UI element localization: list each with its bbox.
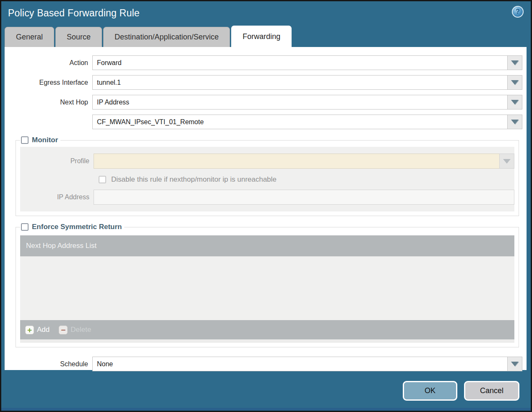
- monitor-legend-label: Monitor: [32, 136, 58, 144]
- egress-interface-combo: [92, 75, 522, 90]
- monitor-disabled-panel: Profile Disable this rule if nexthop/mon…: [20, 147, 514, 211]
- monitor-checkbox[interactable]: [21, 136, 29, 144]
- chevron-down-icon: [511, 80, 519, 85]
- next-hop-row: Next Hop: [5, 95, 522, 110]
- action-dropdown-button[interactable]: [507, 55, 522, 70]
- action-label: Action: [5, 59, 92, 67]
- next-hop-address-input[interactable]: [92, 115, 507, 129]
- help-icon-glyph: ?: [516, 8, 520, 16]
- add-button[interactable]: + Add: [25, 326, 50, 334]
- enforce-symmetric-return-checkbox[interactable]: [21, 223, 29, 231]
- schedule-input[interactable]: [92, 357, 507, 371]
- monitor-ip-address-input: [94, 190, 514, 205]
- delete-icon-glyph: −: [61, 326, 65, 334]
- ok-button[interactable]: OK: [403, 381, 457, 401]
- egress-interface-input[interactable]: [92, 75, 507, 90]
- tab-forwarding-label: Forwarding: [243, 32, 280, 41]
- tab-destination-application-service-label: Destination/Application/Service: [115, 33, 219, 42]
- next-hop-address-list-table: Next Hop Address List + Add − Delete: [20, 235, 514, 343]
- delete-icon: −: [59, 326, 68, 334]
- tab-general-label: General: [16, 33, 43, 42]
- monitor-fieldset: Monitor Profile Disable this rule if nex…: [16, 136, 519, 216]
- enforce-symmetric-return-legend-label: Enforce Symmetric Return: [32, 223, 122, 231]
- next-hop-address-list-header-label: Next Hop Address List: [26, 242, 96, 250]
- dialog-titlebar: Policy Based Forwarding Rule ?: [1, 1, 531, 25]
- next-hop-type-dropdown-button[interactable]: [507, 95, 522, 110]
- dialog-bottom-strip: [1, 408, 531, 411]
- disable-rule-row: Disable this rule if nexthop/monitor ip …: [99, 175, 514, 184]
- tab-forwarding[interactable]: Forwarding: [231, 26, 292, 47]
- disable-rule-label: Disable this rule if nexthop/monitor ip …: [111, 175, 276, 184]
- chevron-down-icon: [511, 60, 519, 65]
- next-hop-type-input[interactable]: [92, 95, 507, 110]
- dialog-title: Policy Based Forwarding Rule: [8, 8, 140, 19]
- add-icon-glyph: +: [27, 326, 32, 334]
- help-icon[interactable]: ?: [512, 6, 524, 18]
- action-input[interactable]: [92, 55, 507, 70]
- schedule-dropdown-button[interactable]: [507, 357, 522, 371]
- next-hop-type-combo: [92, 95, 522, 110]
- next-hop-address-list-toolbar: + Add − Delete: [20, 320, 514, 339]
- monitor-ip-address-label: IP Address: [20, 193, 94, 201]
- profile-combo: [94, 154, 514, 169]
- profile-label: Profile: [20, 157, 94, 165]
- next-hop-address-combo: [92, 115, 522, 129]
- disable-rule-checkbox: [99, 176, 106, 183]
- tab-source[interactable]: Source: [55, 27, 102, 47]
- next-hop-address-dropdown-button[interactable]: [507, 115, 522, 129]
- profile-input: [94, 154, 499, 169]
- enforce-symmetric-return-fieldset: Enforce Symmetric Return Next Hop Addres…: [16, 223, 519, 347]
- delete-button-label: Delete: [70, 326, 91, 334]
- chevron-down-icon: [511, 362, 519, 366]
- chevron-down-icon: [503, 159, 511, 164]
- profile-dropdown-button: [499, 154, 514, 169]
- next-hop-address-row: [5, 115, 522, 129]
- enforce-symmetric-return-legend: Enforce Symmetric Return: [20, 223, 124, 231]
- forwarding-tab-panel: Action Egress Interface Next Hop: [5, 47, 527, 370]
- schedule-combo: [92, 357, 522, 371]
- next-hop-address-list-header: Next Hop Address List: [20, 235, 514, 256]
- chevron-down-icon: [511, 120, 519, 124]
- delete-button: − Delete: [59, 326, 91, 334]
- tab-source-label: Source: [67, 33, 91, 42]
- next-hop-label: Next Hop: [5, 99, 92, 106]
- egress-interface-label: Egress Interface: [5, 79, 92, 86]
- egress-interface-row: Egress Interface: [5, 75, 522, 90]
- next-hop-address-list-bottom-strip: [20, 339, 514, 343]
- profile-row: Profile: [20, 154, 514, 169]
- next-hop-address-list-body: [20, 256, 514, 320]
- monitor-legend: Monitor: [20, 136, 60, 144]
- tab-destination-application-service[interactable]: Destination/Application/Service: [103, 27, 230, 47]
- tab-general[interactable]: General: [5, 27, 54, 47]
- add-icon: +: [25, 326, 34, 334]
- action-combo: [92, 55, 522, 70]
- cancel-button[interactable]: Cancel: [464, 381, 519, 401]
- policy-based-forwarding-rule-dialog: Policy Based Forwarding Rule ? General S…: [0, 0, 532, 412]
- add-button-label: Add: [37, 326, 50, 334]
- schedule-label: Schedule: [5, 360, 92, 368]
- action-row: Action: [5, 55, 522, 70]
- tab-strip: General Source Destination/Application/S…: [1, 25, 531, 47]
- chevron-down-icon: [511, 100, 519, 104]
- monitor-ip-address-row: IP Address: [20, 190, 514, 205]
- egress-interface-dropdown-button[interactable]: [507, 75, 522, 90]
- schedule-row: Schedule: [5, 357, 522, 371]
- dialog-footer: OK Cancel: [1, 370, 531, 411]
